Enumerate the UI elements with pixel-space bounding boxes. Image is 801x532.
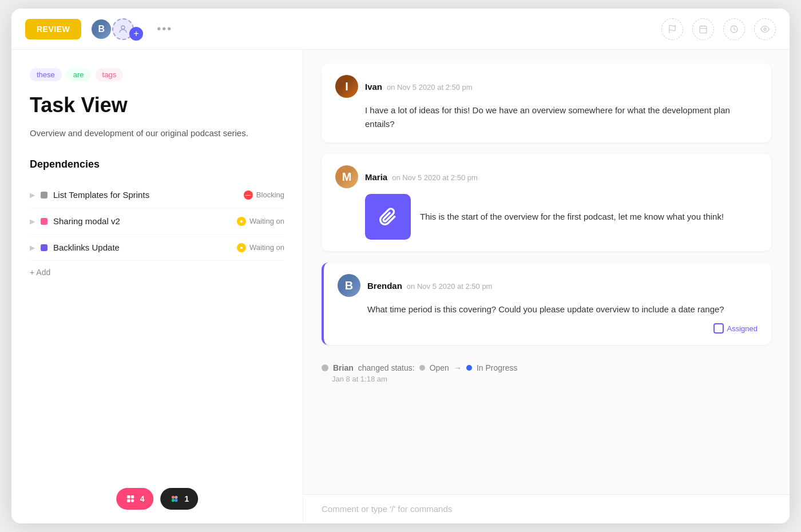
view-button[interactable] — [754, 18, 776, 40]
blocking-icon: — — [244, 190, 253, 200]
figma-icon — [125, 494, 136, 504]
status-to: In Progress — [477, 363, 518, 372]
toolbar-center-icons — [661, 18, 745, 40]
comment-input-bar — [303, 494, 790, 523]
right-panel: I Ivan on Nov 5 2020 at 2:50 pm I have a… — [303, 50, 790, 523]
comment-meta: Brendan on Nov 5 2020 at 2:50 pm — [367, 281, 492, 291]
dep-label[interactable]: List Templates for Sprints — [53, 190, 238, 200]
comment-meta: Ivan on Nov 5 2020 at 2:50 pm — [365, 82, 473, 92]
svg-point-0 — [121, 26, 125, 29]
figma-dark-icon — [170, 494, 180, 504]
dep-label[interactable]: Backlinks Update — [53, 243, 231, 252]
chevron-right-icon[interactable]: ▶ — [30, 244, 35, 252]
svg-point-12 — [172, 496, 175, 499]
waiting-icon: ● — [237, 243, 246, 252]
tag-are[interactable]: are — [66, 68, 91, 81]
add-member-button[interactable]: + — [129, 27, 143, 41]
status-dot-inprogress — [466, 365, 472, 371]
status-change: Brian changed status: Open → In Progress… — [322, 356, 771, 390]
comment-body-attachment: This is the start of the overview for th… — [335, 194, 758, 240]
dep-status-blocking: — Blocking — [244, 190, 284, 200]
add-dependency-button[interactable]: + Add — [30, 261, 50, 284]
status-arrow-icon: → — [454, 363, 462, 372]
svg-rect-8 — [127, 495, 130, 498]
comment-card-ivan: I Ivan on Nov 5 2020 at 2:50 pm I have a… — [322, 63, 771, 142]
attachment-preview[interactable] — [365, 194, 411, 240]
svg-point-15 — [175, 499, 178, 502]
toolbar: REVIEW B + ••• — [11, 9, 790, 50]
bottom-badges: 4 1 — [116, 488, 199, 510]
badge-figma-dark[interactable]: 1 — [161, 488, 199, 510]
dep-status-waiting: ● Waiting on — [237, 217, 284, 226]
comment-header: M Maria on Nov 5 2020 at 2:50 pm — [335, 165, 758, 188]
attachment-content: This is the start of the overview for th… — [365, 194, 758, 240]
app-window: REVIEW B + ••• — [11, 9, 790, 523]
status-change-action: changed status: — [358, 363, 415, 372]
avatar-group: B + — [90, 18, 143, 41]
avatar-brian-sm — [322, 364, 328, 371]
tag-tags[interactable]: tags — [96, 68, 124, 81]
status-change-author: Brian — [333, 363, 354, 372]
assigned-label: Assigned — [727, 324, 758, 333]
comments-area: I Ivan on Nov 5 2020 at 2:50 pm I have a… — [303, 50, 790, 494]
flag-button[interactable] — [661, 18, 683, 40]
assigned-checkbox[interactable] — [713, 323, 724, 334]
dependency-item: ▶ Sharing modal v2 ● Waiting on — [30, 208, 284, 235]
more-options-button[interactable]: ••• — [157, 22, 172, 35]
chevron-right-icon[interactable]: ▶ — [30, 217, 35, 225]
svg-point-7 — [764, 28, 766, 30]
comment-header: B Brendan on Nov 5 2020 at 2:50 pm — [338, 274, 758, 297]
clock-button[interactable] — [723, 18, 745, 40]
svg-point-11 — [130, 499, 133, 502]
comment-header: I Ivan on Nov 5 2020 at 2:50 pm — [335, 75, 758, 98]
status-change-row: Brian changed status: Open → In Progress — [322, 363, 771, 372]
dep-status-dot — [41, 218, 47, 225]
attachment-text: This is the start of the overview for th… — [420, 210, 724, 224]
comment-input[interactable] — [322, 504, 771, 514]
comment-author: Ivan — [365, 82, 382, 92]
dependency-item: ▶ List Templates for Sprints — Blocking — [30, 182, 284, 208]
comment-author: Maria — [365, 172, 387, 182]
tags-row: these are tags — [30, 68, 284, 81]
comment-time: on Nov 5 2020 at 2:50 pm — [392, 173, 478, 182]
svg-point-13 — [175, 496, 178, 499]
dep-label[interactable]: Sharing modal v2 — [53, 216, 231, 226]
comment-body: What time period is this covering? Could… — [338, 303, 758, 316]
tag-these[interactable]: these — [30, 68, 62, 81]
left-panel: these are tags Task View Overview and de… — [11, 50, 303, 523]
toolbar-right — [754, 18, 776, 40]
task-title: Task View — [30, 93, 284, 117]
comment-body: I have a lot of ideas for this! Do we ha… — [335, 104, 758, 131]
avatar-maria: M — [335, 165, 358, 188]
svg-rect-2 — [700, 26, 707, 33]
badge-figma-count: 4 — [140, 494, 145, 503]
main-content: these are tags Task View Overview and de… — [11, 50, 790, 523]
status-from: Open — [430, 363, 449, 372]
badge-figma[interactable]: 4 — [116, 488, 154, 510]
avatar-ivan: I — [335, 75, 358, 98]
svg-rect-9 — [130, 495, 133, 498]
dep-status-dot — [41, 244, 47, 251]
user-avatar: B — [90, 18, 112, 40]
svg-point-14 — [172, 499, 175, 502]
dependency-list: ▶ List Templates for Sprints — Blocking … — [30, 182, 284, 261]
comment-meta: Maria on Nov 5 2020 at 2:50 pm — [365, 172, 478, 182]
comment-card-brendan: B Brendan on Nov 5 2020 at 2:50 pm What … — [322, 263, 771, 345]
dep-status-dot — [41, 192, 47, 198]
calendar-button[interactable] — [692, 18, 714, 40]
comment-author: Brendan — [367, 281, 402, 291]
dependency-item: ▶ Backlinks Update ● Waiting on — [30, 235, 284, 261]
comment-time: on Nov 5 2020 at 2:50 pm — [387, 83, 473, 92]
badge-dark-count: 1 — [185, 494, 189, 503]
svg-rect-10 — [127, 499, 130, 502]
review-button[interactable]: REVIEW — [25, 19, 81, 39]
status-date: Jan 8 at 1:18 am — [322, 375, 771, 383]
chevron-right-icon[interactable]: ▶ — [30, 191, 35, 199]
comment-card-maria: M Maria on Nov 5 2020 at 2:50 pm — [322, 154, 771, 251]
task-description: Overview and development of our original… — [30, 126, 284, 140]
comment-time: on Nov 5 2020 at 2:50 pm — [407, 282, 493, 291]
waiting-icon: ● — [237, 217, 246, 226]
status-dot-open — [419, 365, 425, 371]
avatar-brendan: B — [338, 274, 360, 297]
dep-status-waiting: ● Waiting on — [237, 243, 284, 252]
